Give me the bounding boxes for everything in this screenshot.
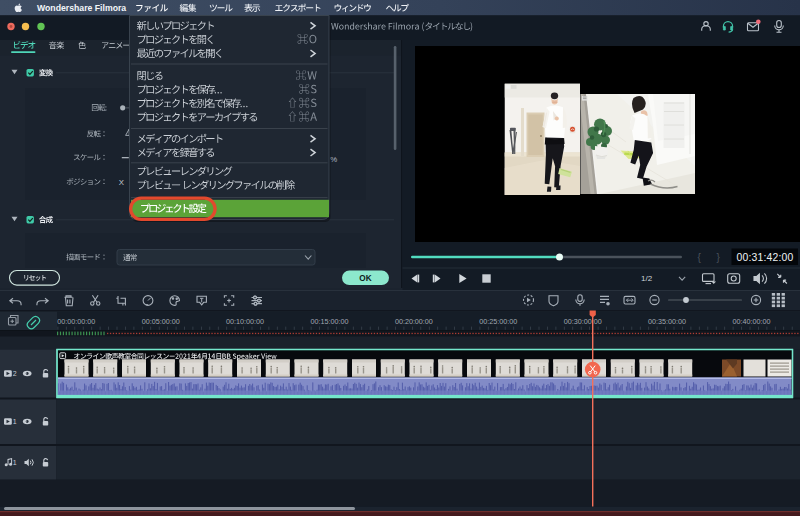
svg-text:00:15:00:00: 00:15:00:00 — [311, 317, 349, 326]
svg-text:00:31:42:00: 00:31:42:00 — [736, 252, 793, 263]
svg-text:00:00:00:00: 00:00:00:00 — [57, 317, 95, 326]
svg-text:00:35:00:00: 00:35:00:00 — [648, 317, 686, 326]
svg-text:00:40:00:00: 00:40:00:00 — [733, 317, 771, 326]
svg-text:1/2: 1/2 — [641, 274, 653, 283]
svg-text:00:30:00:00: 00:30:00:00 — [564, 317, 602, 326]
svg-text:00:20:00:00: 00:20:00:00 — [395, 317, 433, 326]
svg-text:00:05:00:00: 00:05:00:00 — [142, 317, 180, 326]
svg-text:2: 2 — [13, 370, 17, 377]
svg-text:1: 1 — [13, 459, 17, 466]
svg-text:1: 1 — [13, 418, 17, 425]
svg-text:OK: OK — [359, 274, 371, 283]
svg-text:00:10:00:00: 00:10:00:00 — [226, 317, 264, 326]
svg-text:00:25:00:00: 00:25:00:00 — [479, 317, 517, 326]
svg-text:X: X — [119, 178, 125, 187]
svg-text:Wondershare Filmora: Wondershare Filmora — [37, 3, 126, 13]
svg-text:%: % — [330, 155, 337, 164]
